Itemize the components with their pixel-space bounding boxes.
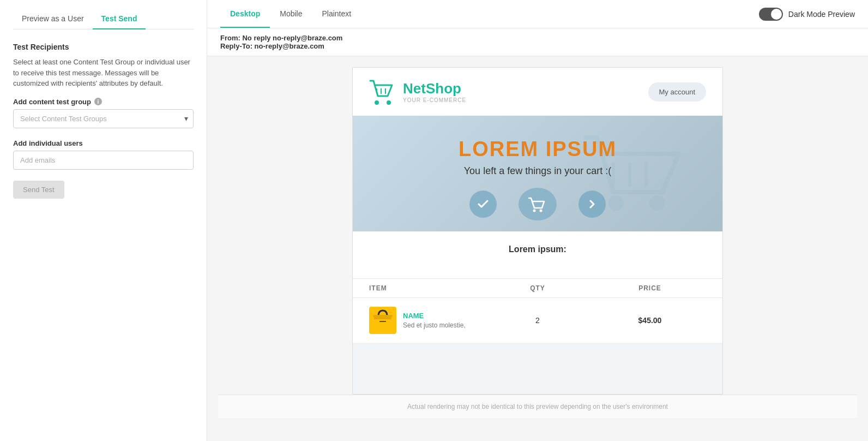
preview-tabs: Desktop Mobile Plaintext bbox=[220, 1, 361, 27]
table-header: ITEM QTY PRICE bbox=[353, 278, 722, 298]
email-meta: From: No reply no-reply@braze.com Reply-… bbox=[207, 28, 868, 56]
content-test-group-select[interactable]: Select Content Test Groups bbox=[13, 109, 194, 128]
hero-title-lorem: LOREM bbox=[459, 138, 546, 160]
svg-point-0 bbox=[375, 100, 379, 105]
svg-point-11 bbox=[540, 210, 542, 212]
dark-mode-toggle[interactable]: Dark Mode Preview bbox=[759, 8, 855, 21]
brand-name: NetShop bbox=[403, 80, 466, 97]
item-image bbox=[369, 307, 396, 334]
brand-tagline: YOUR E-COMMERCE bbox=[403, 97, 466, 103]
from-line: From: No reply no-reply@braze.com bbox=[220, 34, 855, 42]
svg-point-9 bbox=[649, 195, 665, 211]
right-panel: Desktop Mobile Plaintext Dark Mode Previ… bbox=[207, 0, 868, 441]
item-details: NAME Sed et justo molestie, bbox=[403, 312, 466, 329]
tab-mobile[interactable]: Mobile bbox=[270, 1, 312, 28]
toggle-thumb bbox=[771, 9, 782, 20]
reply-to-email: no-reply@braze.com bbox=[255, 42, 324, 50]
svg-point-10 bbox=[533, 210, 536, 212]
from-email: no-reply@braze.com bbox=[273, 34, 342, 42]
hero-checkmark-icon bbox=[469, 190, 497, 218]
tab-plaintext[interactable]: Plaintext bbox=[312, 1, 361, 28]
add-emails-input[interactable] bbox=[13, 151, 194, 170]
email-table: ITEM QTY PRICE bbox=[353, 278, 722, 343]
content-test-group-info-icon[interactable]: i bbox=[94, 98, 102, 105]
tab-desktop[interactable]: Desktop bbox=[220, 1, 270, 28]
footer-rendering-note: Actual rendering may not be identical to… bbox=[218, 395, 857, 418]
tab-test-send[interactable]: Test Send bbox=[93, 9, 146, 29]
from-label: From: bbox=[220, 34, 240, 42]
col-item: ITEM bbox=[369, 284, 481, 292]
content-test-group-label: Add content test group i bbox=[13, 98, 194, 106]
item-qty: 2 bbox=[481, 316, 594, 325]
brand-text: NetShop YOUR E-COMMERCE bbox=[403, 80, 466, 103]
item-info: NAME Sed et justo molestie, bbox=[369, 307, 481, 334]
email-header: NetShop YOUR E-COMMERCE My account bbox=[353, 68, 722, 116]
brand-shop: Shop bbox=[426, 80, 461, 97]
item-description: Sed et justo molestie, bbox=[403, 321, 466, 329]
dark-mode-label: Dark Mode Preview bbox=[788, 10, 855, 19]
left-panel: Preview as a User Test Send Test Recipie… bbox=[0, 0, 207, 441]
test-recipients-description: Select at least one Content Test Group o… bbox=[13, 57, 194, 89]
svg-point-1 bbox=[387, 100, 391, 105]
hero-bg-cart-icon bbox=[581, 127, 690, 227]
svg-rect-15 bbox=[373, 315, 393, 317]
content-test-group-select-wrapper: Select Content Test Groups ▾ bbox=[13, 109, 194, 128]
hero-section: LOREM IPSUM You left a few things in you… bbox=[353, 116, 722, 231]
individual-users-label: Add individual users bbox=[13, 139, 194, 147]
preview-header: Desktop Mobile Plaintext Dark Mode Previ… bbox=[207, 0, 868, 28]
test-recipients-title: Test Recipients bbox=[13, 43, 194, 51]
col-price: PRICE bbox=[594, 284, 706, 292]
email-frame: NetShop YOUR E-COMMERCE My account bbox=[352, 67, 723, 395]
send-test-button[interactable]: Send Test bbox=[13, 181, 64, 199]
content-section: Lorem ipsum: bbox=[353, 231, 722, 278]
tab-preview-as-user[interactable]: Preview as a User bbox=[13, 9, 93, 29]
from-name: No reply bbox=[242, 34, 270, 42]
preview-body[interactable]: NetShop YOUR E-COMMERCE My account bbox=[207, 56, 868, 441]
item-price: $45.00 bbox=[594, 316, 706, 325]
item-name: NAME bbox=[403, 312, 466, 320]
brand-logo: NetShop YOUR E-COMMERCE bbox=[369, 79, 466, 105]
left-tabs: Preview as a User Test Send bbox=[13, 9, 194, 29]
brand-net: Net bbox=[403, 80, 426, 97]
cart-icon bbox=[369, 79, 397, 105]
table-row: NAME Sed et justo molestie, 2 $45.00 bbox=[353, 298, 722, 343]
toggle-track[interactable] bbox=[759, 8, 783, 21]
col-qty: QTY bbox=[481, 284, 594, 292]
lorem-heading: Lorem ipsum: bbox=[369, 245, 706, 254]
svg-point-8 bbox=[608, 195, 624, 211]
reply-to-label: Reply-To: bbox=[220, 42, 252, 50]
hero-cart-small-icon bbox=[519, 188, 557, 221]
my-account-button[interactable]: My account bbox=[648, 82, 706, 102]
reply-to-line: Reply-To: no-reply@braze.com bbox=[220, 42, 855, 50]
